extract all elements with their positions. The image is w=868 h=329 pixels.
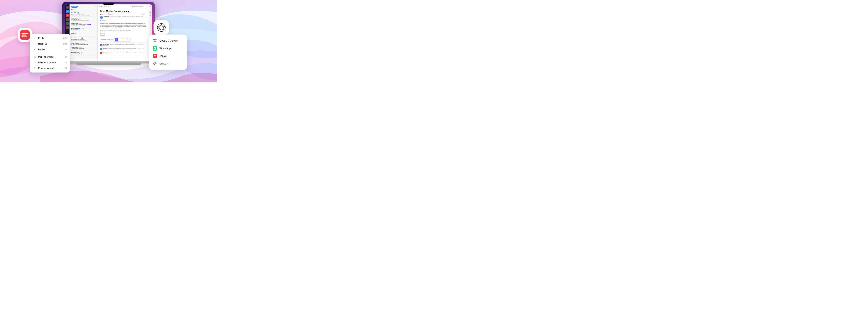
email-preview-0: Hey Jason, I've been so excited because … (71, 15, 96, 16)
meta-icon-6[interactable]: ☁ (110, 13, 112, 15)
email-more-icon[interactable]: ⋮ (145, 16, 147, 18)
attachment-icon: B (115, 38, 118, 41)
forward-icon: → (33, 48, 36, 51)
svg-text:31: 31 (154, 40, 156, 42)
reply-date-0: Dec, May 23, 17:51 (137, 44, 144, 45)
email-tag-leisure: Leisure (84, 44, 88, 45)
email-item-3[interactable]: Alice Shepard 2 Yesterday Re: Out of Off… (69, 27, 97, 32)
email-from-name: Rick Adams to Amanda, Alice, Michael, Pa… (104, 16, 143, 17)
toolbar-more-icon[interactable]: ⋮ (110, 5, 111, 7)
email-item-7[interactable]: Diego Santos 8 Jul 2024 Last Campaign Pe… (69, 46, 97, 51)
meta-more-icon[interactable]: ⋮ (146, 13, 147, 15)
email-subject-main: Brew Master Project Update (100, 10, 147, 12)
inbox-title: Inbox (69, 8, 97, 11)
meta-icon-2[interactable]: 🗑 (102, 14, 103, 15)
apps-dropdown: 31 Google Calendar WhatsApp Todoist (149, 35, 187, 70)
email-date-1: Today (79, 18, 81, 19)
email-badge-5: 2 (82, 38, 83, 39)
refresh-icon[interactable]: ↻ (95, 6, 96, 7)
sidebar-icon-video[interactable]: 📹 (66, 6, 69, 9)
meta-icon-4[interactable]: → (106, 14, 107, 15)
context-menu-important-shortcut: + (65, 62, 67, 64)
attachment-box[interactable]: B Brew Master Elevator Pitch 418.18 KB (114, 38, 131, 41)
sidebar-icon-3[interactable] (66, 26, 69, 29)
reply-more-2[interactable]: ⋮ (146, 52, 147, 53)
email-preview-1: Hey Jason, We've launched a new set of f… (71, 20, 96, 21)
email-date-2: Today (79, 23, 81, 24)
meta-icon-3[interactable]: ↩ (104, 13, 105, 15)
unread-icon: ◎ (33, 56, 36, 58)
apps-dropdown-todoist[interactable]: Todoist (149, 52, 187, 60)
compose-button[interactable]: Compose (71, 6, 78, 8)
sender-avatar: RA (100, 16, 103, 19)
laptop-base (62, 61, 155, 63)
meta-icon-5[interactable]: ⏰ (108, 13, 110, 15)
important-icon: ▷ (33, 61, 36, 64)
toolbar-mail-icon[interactable]: ✉ (106, 5, 107, 7)
starred-icon: ☆ (33, 67, 36, 69)
reply-item-2: PH Paul Hamilton Yeah!! The pitch looks … (100, 51, 147, 55)
context-menu-mark-starred[interactable]: ☆ Mark as starred S (30, 65, 70, 71)
email-item-0[interactable]: Sofia Müller 3 Today Quarterly Sales Rep… (69, 11, 97, 17)
apps-dropdown-chatgpt[interactable]: ChatGPT (149, 60, 187, 67)
context-menu-reply-all[interactable]: ↩ Reply all ⌘ R (30, 41, 70, 46)
todoist-dropdown-logo (153, 54, 157, 58)
sidebar-icon-google[interactable]: G (66, 10, 69, 13)
email-item-5[interactable]: Eventeam Bookings 2 Yesterday Upcoming C… (69, 37, 97, 42)
email-item-2[interactable]: Alejandro Nava Today Product Launch Stra… (69, 22, 97, 27)
email-date-4: Yesterday (76, 33, 80, 34)
toolbar-grid-icon[interactable]: ⊞ (99, 5, 100, 7)
context-menu-reply-shortcut: ⌘ R (63, 37, 67, 39)
email-item-6[interactable]: Rashid El-Sayed 8 Jul 2024 Art Exhibitio… (69, 42, 97, 46)
right-icon-4[interactable]: 🔗 (150, 14, 152, 16)
context-menu-starred-shortcut: S (65, 67, 67, 69)
context-menu-forward[interactable]: → Forward F (30, 46, 70, 52)
sidebar-icon-2[interactable] (66, 22, 69, 25)
reply-avatar-0: MS (100, 44, 102, 46)
email-preview-5: Get fresh summer vibes and check our lis… (71, 40, 96, 41)
email-item-4[interactable]: MC Steve Yesterday Best Hiking Trails Ne… (69, 32, 97, 37)
toolbar-tag-icon[interactable]: 🏷 (108, 6, 109, 7)
toolbar-archive-icon[interactable]: 🗄 (101, 6, 103, 7)
reply-date-2: Fri, May 21, 8:17 (138, 52, 144, 53)
email-item-1[interactable]: Stephen Smith Today New Features 🎉 Hey J… (69, 17, 97, 22)
meta-icon-7[interactable]: ★ (112, 13, 113, 15)
context-menu-reply-label: Reply (38, 37, 44, 39)
context-menu-starred-label: Mark as starred (38, 67, 54, 69)
toolbar-close-icon[interactable]: ✕ (146, 5, 148, 7)
email-date-7: 8 Jul 2024 (78, 47, 82, 48)
email-date-5: Yesterday (84, 38, 87, 39)
openai-app-icon[interactable] (154, 20, 169, 35)
email-date-6: 8 Jul 2024 (80, 43, 83, 44)
email-preview-7: Hey Jason! I wanted to check our metrics… (71, 49, 96, 50)
reply-item-0: MS Michael Santoz Thanks Rick, I reviewe… (100, 43, 147, 47)
apps-dropdown-whatsapp[interactable]: WhatsApp (149, 44, 187, 52)
meta-icon-1[interactable]: 📥 (100, 13, 101, 15)
reply-date-1: Sat, May 21, 17:40 (137, 48, 144, 49)
right-icon-1[interactable]: ✦ (150, 6, 151, 8)
context-menu-divider (30, 53, 70, 53)
apps-dropdown-gcal[interactable]: 31 Google Calendar (149, 37, 187, 44)
reply-more-1[interactable]: ⋮ (146, 48, 147, 49)
openai-logo (157, 23, 166, 32)
context-menu: ↩ Reply ⌘ R ↩ Reply all ⌘ R → Forward F … (30, 34, 70, 72)
right-icon-2[interactable]: 📋 (150, 9, 152, 10)
reply-more-0[interactable]: ⋮ (146, 44, 147, 45)
reply-avatar-2: PH (100, 52, 102, 54)
email-date-sent: Sun, Jun 16, 12:41 (104, 18, 143, 19)
save-all-link[interactable]: Save all (110, 39, 113, 40)
right-icon-3[interactable]: 📅 (150, 12, 152, 13)
reply-all-icon: ↩ (33, 42, 36, 45)
sidebar-icon-1[interactable] (66, 18, 69, 21)
search-bar[interactable]: 🔍 Search for messages (130, 5, 144, 7)
svg-rect-18 (154, 56, 155, 57)
context-menu-mark-important[interactable]: ▷ Mark as important + (30, 60, 70, 65)
toolbar-trash-icon[interactable]: 🗑 (103, 6, 105, 7)
email-item-8[interactable]: Alejandro Rosa 8 Jul 2024 Launch Strateg… (69, 51, 97, 56)
context-menu-important-label: Mark as important (38, 61, 56, 64)
reply-thread: MS Michael Santoz Thanks Rick, I reviewe… (100, 42, 147, 55)
context-menu-mark-unread[interactable]: ◎ Mark as unread U (30, 54, 70, 60)
context-menu-reply[interactable]: ↩ Reply ⌘ R (30, 35, 70, 41)
reply-text-1: Ah fantastic! I think we are good to go.… (108, 48, 136, 49)
sidebar-icon-youtube[interactable]: ▶ (66, 14, 69, 17)
